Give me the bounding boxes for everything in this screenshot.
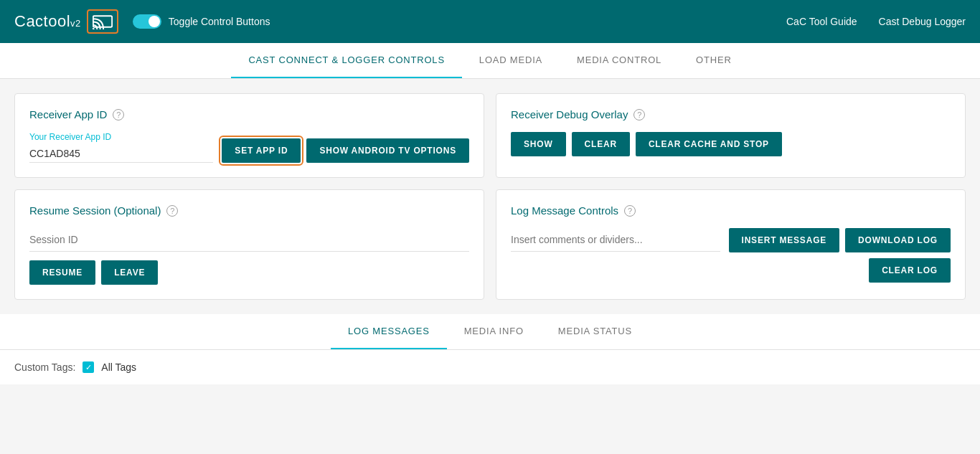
receiver-debug-overlay-title: Receiver Debug Overlay ? (511, 108, 951, 120)
bottom-tabs-container: LOG MESSAGES MEDIA INFO MEDIA STATUS (0, 314, 980, 350)
receiver-debug-overlay-card: Receiver Debug Overlay ? SHOW CLEAR CLEA… (496, 93, 966, 178)
main-tabs-container: CAST CONNECT & LOGGER CONTROLS LOAD MEDI… (0, 43, 980, 79)
leave-session-button[interactable]: LEAVE (101, 260, 158, 285)
bottom-tabs: LOG MESSAGES MEDIA INFO MEDIA STATUS (331, 314, 649, 349)
main-tabs: CAST CONNECT & LOGGER CONTROLS LOAD MEDI… (231, 43, 748, 78)
cards-row-top: Receiver App ID ? Your Receiver App ID C… (14, 93, 966, 178)
insert-message-button[interactable]: INSERT MESSAGE (729, 228, 840, 252)
resume-session-help-icon[interactable]: ? (166, 205, 178, 217)
receiver-debug-overlay-label: Receiver Debug Overlay (511, 108, 628, 120)
log-message-buttons: INSERT MESSAGE DOWNLOAD LOG CLEAR LOG (729, 228, 951, 283)
custom-tags-row: Custom Tags: All Tags (0, 350, 980, 384)
resume-session-buttons: RESUME LEAVE (29, 260, 469, 285)
resume-session-label: Resume Session (Optional) (29, 204, 161, 217)
receiver-debug-overlay-buttons: SHOW CLEAR CLEAR CACHE AND STOP (511, 132, 951, 156)
download-log-button[interactable]: DOWNLOAD LOG (845, 228, 951, 252)
receiver-app-id-input-group: Your Receiver App ID CC1AD845 (29, 132, 213, 163)
cast-icon-wrapper[interactable] (87, 9, 118, 34)
set-app-id-button[interactable]: SET APP ID (222, 138, 301, 163)
session-id-input[interactable] (29, 228, 469, 252)
resume-session-card: Resume Session (Optional) ? RESUME LEAVE (14, 189, 484, 300)
show-overlay-button[interactable]: SHOW (511, 132, 566, 156)
cac-tool-guide-link[interactable]: CaC Tool Guide (786, 16, 857, 27)
tab-media-control[interactable]: MEDIA CONTROL (560, 43, 679, 78)
tab-log-messages[interactable]: LOG MESSAGES (331, 314, 447, 349)
clear-overlay-button[interactable]: CLEAR (572, 132, 630, 156)
toggle-control-buttons[interactable] (133, 14, 161, 29)
receiver-app-id-input-row: Your Receiver App ID CC1AD845 SET APP ID… (29, 132, 469, 163)
toggle-section: Toggle Control Buttons (133, 14, 270, 29)
receiver-app-id-card: Receiver App ID ? Your Receiver App ID C… (14, 93, 484, 178)
tab-other[interactable]: OTHER (679, 43, 749, 78)
receiver-app-id-title: Receiver App ID ? (29, 108, 469, 120)
custom-tags-label: Custom Tags: (14, 361, 75, 373)
cards-row-bottom: Resume Session (Optional) ? RESUME LEAVE… (14, 189, 966, 300)
logo-version: v2 (70, 18, 81, 29)
toggle-label: Toggle Control Buttons (169, 16, 270, 27)
receiver-app-sublabel: Your Receiver App ID (29, 132, 213, 142)
log-buttons-bottom-row: CLEAR LOG (869, 258, 951, 283)
receiver-debug-overlay-help-icon[interactable]: ? (633, 109, 645, 120)
tab-media-status[interactable]: MEDIA STATUS (541, 314, 649, 349)
receiver-app-id-help-icon[interactable]: ? (113, 109, 124, 120)
log-message-controls-card: Log Message Controls ? INSERT MESSAGE DO… (496, 189, 966, 300)
tab-media-info[interactable]: MEDIA INFO (447, 314, 541, 349)
clear-log-button[interactable]: CLEAR LOG (869, 258, 951, 283)
log-message-inner: INSERT MESSAGE DOWNLOAD LOG CLEAR LOG (511, 228, 951, 283)
app-header: Cactoolv2 Toggle Control Buttons CaC Too… (0, 0, 980, 43)
svg-point-1 (93, 28, 95, 29)
log-message-controls-title: Log Message Controls ? (511, 204, 951, 217)
logo-text: Cactoolv2 (14, 12, 81, 31)
log-message-controls-label: Log Message Controls (511, 204, 618, 217)
cast-debug-logger-link[interactable]: Cast Debug Logger (879, 16, 966, 27)
receiver-app-id-value: CC1AD845 (29, 145, 213, 163)
header-nav: CaC Tool Guide Cast Debug Logger (786, 16, 966, 27)
tab-load-media[interactable]: LOAD MEDIA (462, 43, 560, 78)
all-tags-checkbox[interactable] (83, 361, 94, 373)
clear-cache-stop-button[interactable]: CLEAR CACHE AND STOP (636, 132, 782, 156)
receiver-app-id-label: Receiver App ID (29, 108, 107, 120)
receiver-app-buttons: SET APP ID SHOW ANDROID TV OPTIONS (222, 138, 469, 163)
resume-session-title: Resume Session (Optional) ? (29, 204, 469, 217)
log-message-input[interactable] (511, 228, 720, 252)
log-buttons-top-row: INSERT MESSAGE DOWNLOAD LOG (729, 228, 951, 252)
show-android-tv-button[interactable]: SHOW ANDROID TV OPTIONS (306, 138, 469, 163)
logo-name: Cactool (14, 12, 70, 30)
resume-session-button[interactable]: RESUME (29, 260, 95, 285)
cast-icon (93, 14, 113, 29)
logo-section: Cactoolv2 (14, 9, 118, 34)
tab-cast-connect[interactable]: CAST CONNECT & LOGGER CONTROLS (231, 43, 461, 78)
all-tags-label: All Tags (101, 361, 136, 373)
main-content: Receiver App ID ? Your Receiver App ID C… (0, 79, 980, 314)
log-message-controls-help-icon[interactable]: ? (624, 205, 636, 217)
